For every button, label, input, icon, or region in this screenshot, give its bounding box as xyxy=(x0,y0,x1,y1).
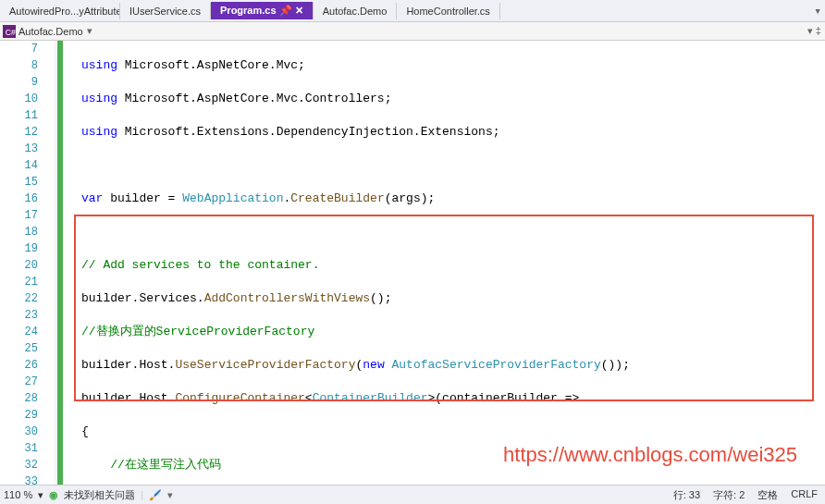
breadcrumb-project[interactable]: Autofac.Demo xyxy=(18,26,83,37)
caret-char: 字符: 2 xyxy=(713,488,745,502)
chevron-down-icon[interactable]: ▾ xyxy=(87,25,92,37)
tab-bar: AutowiredPro...yAttribute.cs IUserServic… xyxy=(0,0,825,22)
status-bar: 110 % ▾ ◉ 未找到相关问题 | 🖌️ ▾ 行: 33 字符: 2 空格 … xyxy=(0,485,825,504)
breadcrumb-bar: C# Autofac.Demo ▾ ▾ ‡ xyxy=(0,22,825,41)
indent-mode[interactable]: 空格 xyxy=(757,488,778,502)
svg-text:C#: C# xyxy=(6,27,16,36)
zoom-dropdown-icon[interactable]: ▾ xyxy=(38,489,43,501)
code-area[interactable]: using Microsoft.AspNetCore.Mvc; using Mi… xyxy=(78,41,825,485)
tab-overflow-icon[interactable]: ▾ xyxy=(814,4,821,18)
watermark-url: https://www.cnblogs.com/wei325 xyxy=(503,443,797,467)
brush-icon[interactable]: 🖌️ xyxy=(149,489,162,501)
csharp-project-icon: C# xyxy=(3,25,16,38)
tab-iuserservice[interactable]: IUserService.cs xyxy=(120,3,211,19)
change-margin xyxy=(55,41,78,485)
close-icon[interactable]: ✕ xyxy=(295,5,303,16)
line-ending[interactable]: CRLF xyxy=(791,488,818,502)
issues-text[interactable]: 未找到相关问题 xyxy=(64,488,135,502)
tab-autofacdemo[interactable]: Autofac.Demo xyxy=(314,3,398,19)
chevron-down-icon[interactable]: ▾ xyxy=(167,489,173,501)
issues-ok-icon: ◉ xyxy=(49,489,58,501)
tab-autowired[interactable]: AutowiredPro...yAttribute.cs xyxy=(0,3,120,19)
pin-icon[interactable]: 📌 xyxy=(279,5,292,16)
tab-program[interactable]: Program.cs 📌 ✕ xyxy=(211,2,314,19)
code-editor[interactable]: 7891011121314151617181920212223242526272… xyxy=(0,41,825,485)
nav-dropdown-icon[interactable]: ▾ ‡ xyxy=(807,25,821,37)
line-number-gutter: 7891011121314151617181920212223242526272… xyxy=(0,41,55,485)
tab-homecontroller[interactable]: HomeController.cs xyxy=(397,3,499,19)
divider: | xyxy=(141,489,143,500)
caret-line: 行: 33 xyxy=(673,488,700,502)
tab-program-label: Program.cs xyxy=(220,5,277,16)
zoom-level[interactable]: 110 % xyxy=(4,489,32,500)
